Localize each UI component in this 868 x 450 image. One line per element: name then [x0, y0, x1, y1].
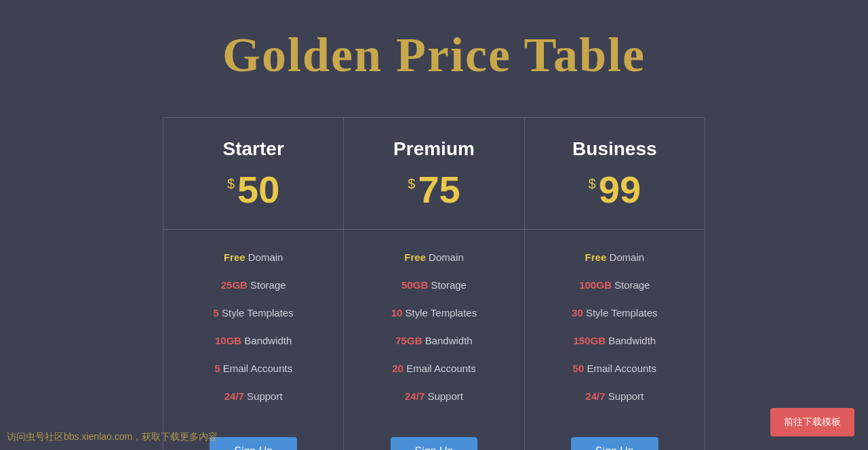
feature-highlight-starter-4: 5	[214, 363, 220, 374]
feature-highlight-premium-4: 20	[392, 363, 403, 374]
price-currency-starter: $	[227, 176, 235, 192]
feature-item-business-0: Free Domain	[525, 243, 705, 271]
plan-features-business: Free Domain100GB Storage30 Style Templat…	[525, 230, 705, 424]
feature-item-premium-1: 50GB Storage	[344, 271, 524, 299]
feature-item-starter-0: Free Domain	[163, 243, 343, 271]
feature-item-premium-4: 20 Email Accounts	[344, 354, 524, 382]
feature-highlight-business-4: 50	[573, 363, 585, 374]
feature-item-business-5: 24/7 Support	[525, 382, 705, 410]
feature-item-starter-2: 5 Style Templates	[163, 299, 343, 327]
plan-footer-business: Sign Up	[525, 424, 705, 450]
page-title: Golden Price Table	[222, 27, 646, 83]
feature-item-premium-0: Free Domain	[344, 243, 524, 271]
pricing-table: Starter$50Free Domain25GB Storage5 Style…	[163, 117, 705, 450]
plan-header-premium: Premium$75	[344, 118, 524, 230]
plan-column-starter: Starter$50Free Domain25GB Storage5 Style…	[163, 118, 344, 450]
feature-item-premium-5: 24/7 Support	[344, 382, 524, 410]
price-currency-business: $	[589, 176, 596, 192]
feature-highlight-business-0: Free	[585, 251, 607, 263]
feature-highlight-premium-2: 10	[391, 307, 403, 319]
plan-column-premium: Premium$75Free Domain50GB Storage10 Styl…	[344, 118, 524, 450]
signup-button-business[interactable]: Sign Up	[571, 437, 658, 450]
price-amount-starter: 50	[237, 171, 279, 209]
plan-price-starter: $50	[177, 171, 330, 209]
feature-highlight-business-5: 24/7	[585, 390, 605, 402]
plan-column-business: Business$99Free Domain100GB Storage30 St…	[525, 118, 705, 450]
plan-features-starter: Free Domain25GB Storage5 Style Templates…	[163, 230, 343, 424]
feature-item-premium-3: 75GB Bandwidth	[344, 327, 524, 354]
feature-highlight-premium-0: Free	[404, 251, 426, 263]
feature-item-business-1: 100GB Storage	[525, 271, 705, 299]
feature-highlight-premium-5: 24/7	[405, 390, 425, 402]
feature-highlight-starter-5: 24/7	[224, 390, 244, 402]
feature-highlight-premium-3: 75GB	[395, 335, 422, 346]
feature-highlight-premium-1: 50GB	[401, 279, 428, 291]
feature-highlight-starter-0: Free	[224, 251, 245, 263]
plan-footer-premium: Sign Up	[344, 424, 524, 450]
plan-name-premium: Premium	[357, 138, 510, 160]
feature-item-starter-5: 24/7 Support	[163, 382, 343, 410]
plan-name-business: Business	[538, 138, 691, 160]
feature-item-starter-4: 5 Email Accounts	[163, 354, 343, 382]
feature-highlight-starter-3: 10GB	[215, 335, 241, 346]
signup-button-starter[interactable]: Sign Up	[210, 437, 297, 450]
price-amount-business: 99	[599, 171, 641, 209]
feature-highlight-business-2: 30	[572, 307, 583, 319]
feature-item-premium-2: 10 Style Templates	[344, 299, 524, 327]
feature-highlight-business-1: 100GB	[579, 279, 612, 291]
watermark: 访问虫号社区bbs.xienlao.com，获取下载更多内容	[7, 431, 218, 443]
plan-name-starter: Starter	[177, 138, 330, 160]
plan-header-starter: Starter$50	[163, 118, 343, 230]
plan-price-business: $99	[538, 171, 691, 209]
feature-item-business-3: 150GB Bandwidth	[525, 327, 705, 354]
plan-header-business: Business$99	[525, 118, 705, 230]
feature-highlight-business-3: 150GB	[573, 335, 606, 346]
feature-highlight-starter-2: 5	[214, 307, 219, 319]
feature-highlight-starter-1: 25GB	[221, 279, 248, 291]
price-amount-premium: 75	[418, 171, 460, 209]
download-button[interactable]: 前往下载模板	[770, 408, 854, 436]
feature-item-business-2: 30 Style Templates	[525, 299, 705, 327]
price-currency-premium: $	[408, 176, 415, 192]
signup-button-premium[interactable]: Sign Up	[391, 437, 478, 450]
feature-item-business-4: 50 Email Accounts	[525, 354, 705, 382]
feature-item-starter-3: 10GB Bandwidth	[163, 327, 343, 354]
feature-item-starter-1: 25GB Storage	[163, 271, 343, 299]
plan-features-premium: Free Domain50GB Storage10 Style Template…	[344, 230, 524, 424]
plan-price-premium: $75	[357, 171, 510, 209]
